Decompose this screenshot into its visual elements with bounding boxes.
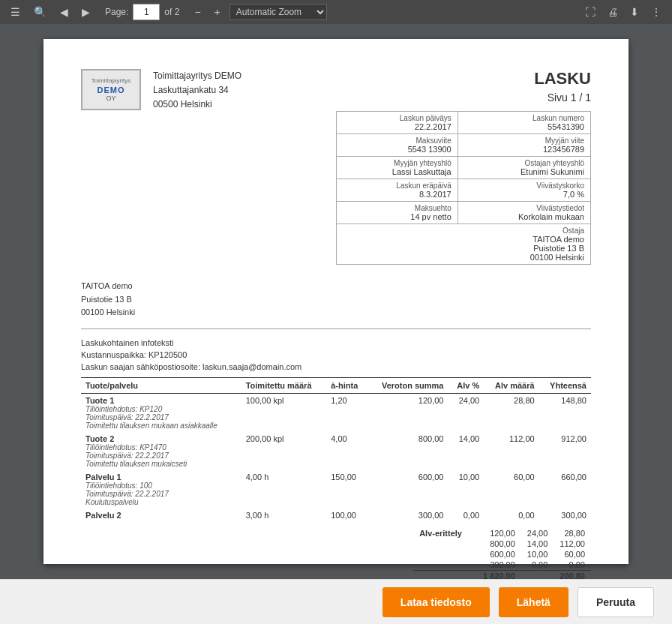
seller-address1: Laskuttajankatu 34: [153, 83, 242, 98]
print-button[interactable]: 🖨: [603, 3, 622, 21]
zoom-in-button[interactable]: +: [210, 3, 225, 21]
invoice-date-label: Laskun päiväys: [343, 114, 452, 122]
product-vat-pct: 0,00: [448, 508, 484, 522]
product-quantity: 3,00 h: [242, 508, 327, 522]
pdf-viewer-area: Toimittajayritys DEMO OY Toimittajayrity…: [0, 24, 672, 579]
product-name: Palvelu 1Tiliöintiehdotus: 100Toimituspä…: [81, 470, 242, 508]
page-of-label: of 2: [164, 7, 179, 17]
download-file-button[interactable]: Lataa tiedosto: [382, 587, 490, 617]
col-quantity: Toimitettu määrä: [242, 377, 327, 393]
buyer-section-name: TAITOA demo: [343, 235, 584, 244]
seller-info: Toimittajayritys DEMO Laskuttajankatu 34…: [153, 69, 242, 112]
sub-info: Toimituspäivä: 22.2.2017: [86, 490, 237, 498]
email-info: Laskun saajan sähköpostiosoite: laskun.s…: [81, 362, 591, 371]
product-net-sum: 800,00: [368, 432, 448, 470]
vat-row: 600,0010,0060,00: [413, 549, 591, 560]
info-text-section: Laskukohtainen infoteksti Kustannuspaikk…: [81, 338, 591, 371]
buyer-company-label: Ostajan yhteyshlö: [464, 159, 584, 167]
product-vat-pct: 14,00: [448, 432, 484, 470]
late-info-value: Korkolain mukaan: [464, 212, 584, 221]
product-name: Palvelu 2: [81, 508, 242, 522]
col-product: Tuote/palvelu: [81, 377, 242, 393]
zoom-select[interactable]: Automatic Zoom: [230, 4, 327, 20]
vat-total-pct-empty: [521, 570, 554, 579]
vat-empty: [413, 560, 477, 571]
sidebar-toggle-button[interactable]: ☰: [6, 3, 25, 21]
vat-empty: [413, 538, 477, 549]
product-unit-price: 100,00: [326, 508, 368, 522]
col-net-sum: Veroton summa: [368, 377, 448, 393]
col-total: Yhteensä: [539, 377, 591, 393]
product-net-sum: 300,00: [368, 508, 448, 522]
vat-row: Alv-erittely120,0024,0028,80: [413, 528, 591, 538]
download-button[interactable]: ⬇: [626, 3, 644, 21]
zoom-out-button[interactable]: −: [190, 3, 205, 21]
invoice-title-area: LASKU Sivu 1 / 1 Laskun päiväys22.2.2017…: [336, 69, 591, 265]
vat-erittely-label: Alv-erittely: [413, 528, 477, 538]
product-total: 148,80: [539, 393, 591, 432]
more-options-button[interactable]: ⋮: [646, 3, 666, 21]
seller-ref-label: Myyjän viite: [464, 136, 584, 145]
vat-net: 300,00: [477, 560, 521, 571]
due-date-label: Laskun eräpäivä: [343, 182, 452, 190]
table-row: Tuote 2Tiliöintiehdotus: KP1470Toimitusp…: [81, 432, 591, 470]
vat-amt: 0,00: [554, 560, 591, 571]
invoice-number-label: Laskun numero: [464, 114, 584, 122]
late-info-label: Viivästystiedot: [464, 204, 584, 212]
product-vat-amount: 112,00: [484, 432, 538, 470]
invoice-page: Sivu 1 / 1: [336, 92, 591, 104]
toolbar: ☰ 🔍 ◀ ▶ Page: of 2 − + Automatic Zoom ⛶ …: [0, 0, 672, 24]
customer-section: TAITOA demo Puistotie 13 B 00100 Helsink…: [81, 280, 591, 320]
sub-info: Toimitettu tilauksen mukaan asiakkaalle: [86, 422, 237, 430]
product-quantity: 200,00 kpl: [242, 432, 327, 470]
product-total: 912,00: [539, 432, 591, 470]
sub-info: Tiliöintiehdotus: KP1470: [86, 443, 237, 452]
prev-page-button[interactable]: ◀: [56, 3, 73, 21]
sub-info: Tiliöintiehdotus: 100: [86, 482, 237, 490]
action-bar: Lataa tiedosto Lähetä Peruuta: [0, 579, 672, 624]
vat-amt: 28,80: [554, 528, 591, 538]
pdf-page: Toimittajayritys DEMO OY Toimittajayrity…: [44, 39, 628, 564]
vat-total-row: 1 820,00200,80: [413, 570, 591, 579]
sub-info: Toimituspäivä: 22.2.2017: [86, 452, 237, 460]
next-page-button[interactable]: ▶: [77, 3, 94, 21]
company-logo-area: Toimittajayritys DEMO OY Toimittajayrity…: [81, 69, 242, 265]
buyer-section-addr1: Puistotie 13 B: [343, 244, 584, 253]
cancel-button[interactable]: Peruuta: [578, 587, 654, 617]
due-amount-value: 5543 13900: [343, 145, 452, 154]
product-total: 660,00: [539, 470, 591, 508]
cost-center: Kustannuspaikka: KP120500: [81, 350, 591, 359]
search-button[interactable]: 🔍: [29, 3, 51, 21]
page-number-input[interactable]: [133, 4, 160, 20]
send-button[interactable]: Lähetä: [499, 587, 568, 617]
buyer-section-addr2: 00100 Helsinki: [343, 253, 584, 262]
product-vat-amount: 60,00: [484, 470, 538, 508]
buyer-section-label: Ostaja: [343, 226, 584, 235]
logo-title: Toimittajayritys: [92, 77, 130, 84]
divider: [81, 328, 591, 329]
seller-ref-value: 123456789: [464, 145, 584, 154]
vat-pct: 14,00: [521, 538, 554, 549]
col-vat-pct: Alv %: [448, 377, 484, 393]
product-quantity: 100,00 kpl: [242, 393, 327, 432]
invoice-header: Toimittajayritys DEMO OY Toimittajayrity…: [81, 69, 591, 265]
fullscreen-button[interactable]: ⛶: [580, 3, 600, 21]
product-vat-pct: 10,00: [448, 470, 484, 508]
buyer-info: TAITOA demo Puistotie 13 B 00100 Helsink…: [81, 280, 135, 320]
vat-empty: [413, 549, 477, 560]
invoice-info-table: Laskun päiväys22.2.2017 Laskun numero554…: [336, 111, 591, 265]
late-interest-label: Viivästyskorko: [464, 182, 584, 190]
vat-amt: 112,00: [554, 538, 591, 549]
logo-sub: OY: [106, 94, 116, 102]
seller-name: Toimittajayritys DEMO: [153, 69, 242, 83]
vat-net: 120,00: [477, 528, 521, 538]
vat-net: 600,00: [477, 549, 521, 560]
vat-row: 300,000,000,00: [413, 560, 591, 571]
col-vat-amount: Alv määrä: [484, 377, 538, 393]
vat-total-net: 1 820,00: [477, 570, 521, 579]
company-logo: Toimittajayritys DEMO OY: [81, 69, 141, 110]
product-name: Tuote 1Tiliöintiehdotus: KP120Toimituspä…: [81, 393, 242, 432]
sub-info: Tiliöintiehdotus: KP120: [86, 405, 237, 413]
product-net-sum: 600,00: [368, 470, 448, 508]
logo-main: DEMO: [98, 86, 125, 94]
